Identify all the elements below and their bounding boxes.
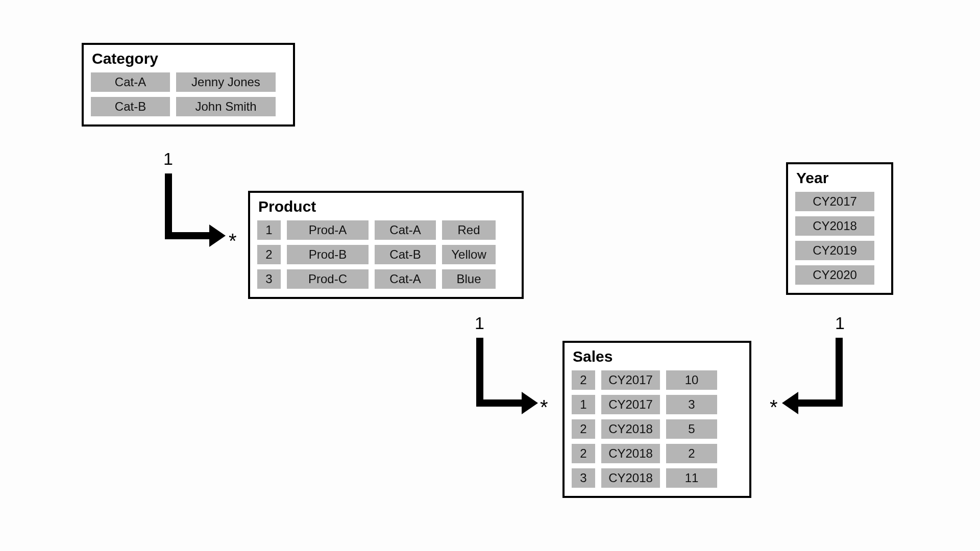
svg-marker-2 — [782, 392, 798, 414]
cardinality-many: * — [770, 396, 778, 419]
arrow-year-to-sales — [0, 0, 980, 551]
diagram-stage: Category Cat-A Jenny Jones Cat-B John Sm… — [0, 0, 980, 551]
cardinality-one: 1 — [835, 313, 845, 333]
